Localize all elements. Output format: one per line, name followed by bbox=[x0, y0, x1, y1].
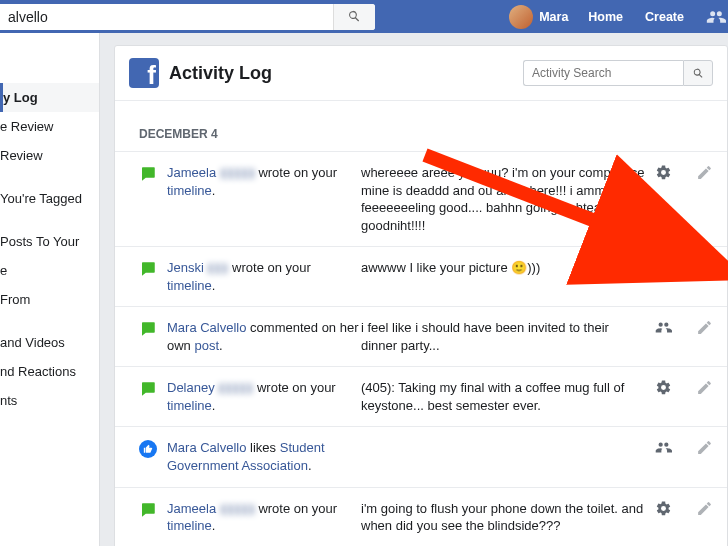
row-controls bbox=[655, 379, 713, 396]
sidebar: y Loge ReviewReviewYou're TaggedPosts To… bbox=[0, 33, 100, 546]
activity-search-input[interactable] bbox=[523, 60, 683, 86]
content: f Activity Log DECEMBER 4 Jameela ▮▮▮▮▮ … bbox=[100, 33, 728, 546]
row-controls bbox=[655, 319, 713, 336]
message-icon bbox=[139, 380, 157, 398]
activity-search-button[interactable] bbox=[683, 60, 713, 86]
friends-icon[interactable] bbox=[655, 439, 672, 456]
activity-row: Jameela ▮▮▮▮▮ wrote on your timeline.whe… bbox=[115, 152, 727, 247]
home-link[interactable]: Home bbox=[578, 10, 633, 24]
row-action: Jameela ▮▮▮▮▮ wrote on your timeline. bbox=[167, 164, 359, 199]
gear-icon[interactable] bbox=[655, 379, 672, 396]
sidebar-item[interactable]: and Videos bbox=[0, 328, 99, 357]
card-header: f Activity Log bbox=[115, 46, 727, 101]
sidebar-item[interactable]: Review bbox=[0, 141, 99, 170]
message-icon bbox=[139, 165, 157, 183]
row-body: awwww I like your picture 🙂))) bbox=[359, 259, 655, 277]
sidebar-item[interactable]: y Log bbox=[0, 83, 99, 112]
global-search bbox=[0, 4, 375, 30]
object-link[interactable]: timeline bbox=[167, 398, 212, 413]
date-header: DECEMBER 4 bbox=[115, 101, 727, 152]
row-controls bbox=[655, 500, 713, 517]
pencil-icon[interactable] bbox=[696, 500, 713, 517]
main: y Loge ReviewReviewYou're TaggedPosts To… bbox=[0, 33, 728, 546]
pencil-icon[interactable] bbox=[696, 319, 713, 336]
search-button[interactable] bbox=[333, 4, 375, 30]
row-action: Jameela ▮▮▮▮▮ wrote on your timeline. bbox=[167, 500, 359, 535]
pencil-icon[interactable] bbox=[696, 439, 713, 456]
friends-icon[interactable] bbox=[706, 7, 726, 27]
row-action: Mara Calvello commented on her own post. bbox=[167, 319, 359, 354]
row-controls bbox=[655, 439, 713, 456]
search-icon bbox=[692, 67, 705, 80]
row-action: Mara Calvello likes Student Government A… bbox=[167, 439, 359, 474]
create-link[interactable]: Create bbox=[635, 10, 694, 24]
facebook-logo: f bbox=[129, 58, 159, 88]
object-link[interactable]: post bbox=[194, 338, 219, 353]
sidebar-item[interactable]: nd Reactions bbox=[0, 357, 99, 386]
activity-rows: Jameela ▮▮▮▮▮ wrote on your timeline.whe… bbox=[115, 152, 727, 546]
friends-icon[interactable] bbox=[655, 319, 672, 336]
page-title: Activity Log bbox=[169, 63, 272, 84]
pencil-icon[interactable] bbox=[696, 164, 713, 181]
sidebar-item[interactable]: e Review bbox=[0, 112, 99, 141]
sidebar-item[interactable]: e bbox=[0, 256, 99, 285]
profile-name: Mara bbox=[539, 10, 568, 24]
sidebar-item[interactable]: nts bbox=[0, 386, 99, 415]
gear-icon[interactable] bbox=[655, 259, 672, 276]
activity-search bbox=[523, 60, 713, 86]
pencil-icon[interactable] bbox=[696, 259, 713, 276]
pencil-icon[interactable] bbox=[696, 379, 713, 396]
gear-icon[interactable] bbox=[655, 164, 672, 181]
activity-row: Mara Calvello commented on her own post.… bbox=[115, 307, 727, 367]
sidebar-item[interactable]: You're Tagged bbox=[0, 184, 99, 213]
topbar-right: Mara Home Create bbox=[501, 5, 728, 29]
topbar: Mara Home Create bbox=[0, 0, 728, 33]
activity-row: Mara Calvello likes Student Government A… bbox=[115, 427, 727, 487]
object-link[interactable]: timeline bbox=[167, 183, 212, 198]
activity-row: Jameela ▮▮▮▮▮ wrote on your timeline.i'm… bbox=[115, 488, 727, 546]
actor-link[interactable]: Mara Calvello bbox=[167, 320, 246, 335]
activity-row: Delaney ▮▮▮▮▮ wrote on your timeline.(40… bbox=[115, 367, 727, 427]
gear-icon[interactable] bbox=[655, 500, 672, 517]
row-controls bbox=[655, 164, 713, 181]
sidebar-item[interactable]: Posts To Your bbox=[0, 227, 99, 256]
activity-row: Jenski ▮▮▮ wrote on your timeline.awwww … bbox=[115, 247, 727, 307]
row-body: whereeee areee youuuu? i'm on your comp … bbox=[359, 164, 655, 234]
like-icon bbox=[139, 440, 157, 458]
actor-link[interactable]: Delaney bbox=[167, 380, 215, 395]
message-icon bbox=[139, 320, 157, 338]
actor-link[interactable]: Jameela bbox=[167, 165, 216, 180]
row-controls bbox=[655, 259, 713, 276]
row-body: i'm going to flush your phone down the t… bbox=[359, 500, 655, 535]
actor-link[interactable]: Jameela bbox=[167, 501, 216, 516]
profile-chip[interactable]: Mara bbox=[501, 5, 576, 29]
actor-link[interactable]: Mara Calvello bbox=[167, 440, 246, 455]
row-action: Jenski ▮▮▮ wrote on your timeline. bbox=[167, 259, 359, 294]
actor-link[interactable]: Jenski bbox=[167, 260, 204, 275]
search-icon bbox=[347, 9, 362, 24]
row-body: i feel like i should have been invited t… bbox=[359, 319, 655, 354]
avatar bbox=[509, 5, 533, 29]
sidebar-item[interactable]: From bbox=[0, 285, 99, 314]
object-link[interactable]: timeline bbox=[167, 278, 212, 293]
row-action: Delaney ▮▮▮▮▮ wrote on your timeline. bbox=[167, 379, 359, 414]
message-icon bbox=[139, 260, 157, 278]
message-icon bbox=[139, 501, 157, 519]
object-link[interactable]: timeline bbox=[167, 518, 212, 533]
search-input[interactable] bbox=[0, 4, 333, 30]
topbar-icon-group bbox=[696, 7, 728, 27]
activity-card: f Activity Log DECEMBER 4 Jameela ▮▮▮▮▮ … bbox=[114, 45, 728, 546]
row-body: (405): Taking my final with a coffee mug… bbox=[359, 379, 655, 414]
